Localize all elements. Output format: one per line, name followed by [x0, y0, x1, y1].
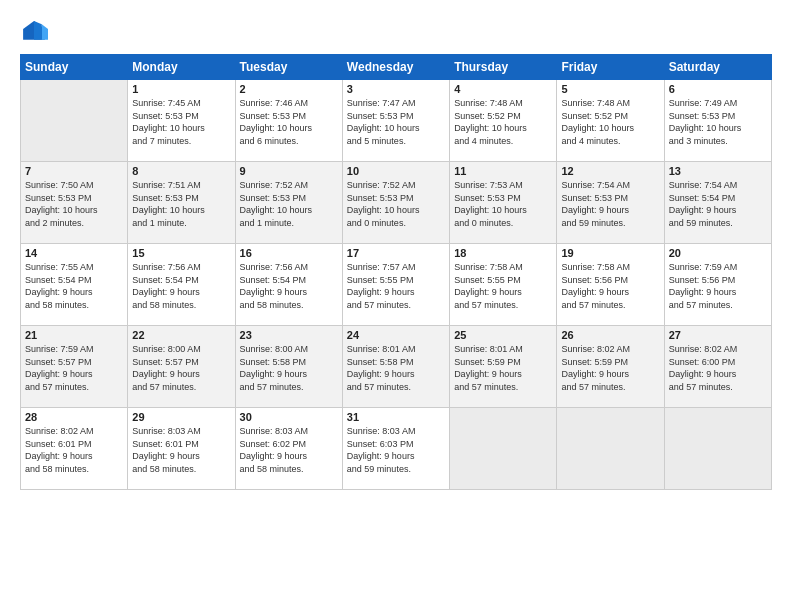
day-cell: 16Sunrise: 7:56 AM Sunset: 5:54 PM Dayli… — [235, 244, 342, 326]
day-cell: 24Sunrise: 8:01 AM Sunset: 5:58 PM Dayli… — [342, 326, 449, 408]
svg-marker-1 — [42, 24, 48, 40]
col-header-saturday: Saturday — [664, 55, 771, 80]
day-detail: Sunrise: 7:58 AM Sunset: 5:56 PM Dayligh… — [561, 261, 659, 311]
col-header-friday: Friday — [557, 55, 664, 80]
day-detail: Sunrise: 7:47 AM Sunset: 5:53 PM Dayligh… — [347, 97, 445, 147]
day-cell: 11Sunrise: 7:53 AM Sunset: 5:53 PM Dayli… — [450, 162, 557, 244]
day-detail: Sunrise: 8:00 AM Sunset: 5:57 PM Dayligh… — [132, 343, 230, 393]
page: SundayMondayTuesdayWednesdayThursdayFrid… — [0, 0, 792, 612]
logo-icon — [20, 18, 48, 46]
day-detail: Sunrise: 7:54 AM Sunset: 5:54 PM Dayligh… — [669, 179, 767, 229]
day-detail: Sunrise: 8:03 AM Sunset: 6:03 PM Dayligh… — [347, 425, 445, 475]
col-header-sunday: Sunday — [21, 55, 128, 80]
calendar-table: SundayMondayTuesdayWednesdayThursdayFrid… — [20, 54, 772, 490]
day-cell: 22Sunrise: 8:00 AM Sunset: 5:57 PM Dayli… — [128, 326, 235, 408]
day-cell: 27Sunrise: 8:02 AM Sunset: 6:00 PM Dayli… — [664, 326, 771, 408]
day-number: 17 — [347, 247, 445, 259]
header — [20, 18, 772, 46]
col-header-wednesday: Wednesday — [342, 55, 449, 80]
day-cell: 17Sunrise: 7:57 AM Sunset: 5:55 PM Dayli… — [342, 244, 449, 326]
day-cell: 2Sunrise: 7:46 AM Sunset: 5:53 PM Daylig… — [235, 80, 342, 162]
day-detail: Sunrise: 7:45 AM Sunset: 5:53 PM Dayligh… — [132, 97, 230, 147]
col-header-monday: Monday — [128, 55, 235, 80]
day-cell: 14Sunrise: 7:55 AM Sunset: 5:54 PM Dayli… — [21, 244, 128, 326]
day-cell: 8Sunrise: 7:51 AM Sunset: 5:53 PM Daylig… — [128, 162, 235, 244]
day-number: 13 — [669, 165, 767, 177]
day-cell: 19Sunrise: 7:58 AM Sunset: 5:56 PM Dayli… — [557, 244, 664, 326]
svg-marker-2 — [34, 21, 42, 40]
col-header-thursday: Thursday — [450, 55, 557, 80]
day-number: 21 — [25, 329, 123, 341]
day-detail: Sunrise: 7:51 AM Sunset: 5:53 PM Dayligh… — [132, 179, 230, 229]
day-detail: Sunrise: 8:00 AM Sunset: 5:58 PM Dayligh… — [240, 343, 338, 393]
day-cell — [557, 408, 664, 490]
day-detail: Sunrise: 8:02 AM Sunset: 6:01 PM Dayligh… — [25, 425, 123, 475]
day-detail: Sunrise: 7:59 AM Sunset: 5:56 PM Dayligh… — [669, 261, 767, 311]
day-cell: 6Sunrise: 7:49 AM Sunset: 5:53 PM Daylig… — [664, 80, 771, 162]
day-detail: Sunrise: 7:57 AM Sunset: 5:55 PM Dayligh… — [347, 261, 445, 311]
day-cell: 13Sunrise: 7:54 AM Sunset: 5:54 PM Dayli… — [664, 162, 771, 244]
day-cell: 15Sunrise: 7:56 AM Sunset: 5:54 PM Dayli… — [128, 244, 235, 326]
day-cell: 28Sunrise: 8:02 AM Sunset: 6:01 PM Dayli… — [21, 408, 128, 490]
day-number: 14 — [25, 247, 123, 259]
day-cell — [450, 408, 557, 490]
day-cell: 7Sunrise: 7:50 AM Sunset: 5:53 PM Daylig… — [21, 162, 128, 244]
day-detail: Sunrise: 7:50 AM Sunset: 5:53 PM Dayligh… — [25, 179, 123, 229]
day-number: 7 — [25, 165, 123, 177]
day-detail: Sunrise: 7:55 AM Sunset: 5:54 PM Dayligh… — [25, 261, 123, 311]
day-number: 29 — [132, 411, 230, 423]
day-cell: 31Sunrise: 8:03 AM Sunset: 6:03 PM Dayli… — [342, 408, 449, 490]
day-detail: Sunrise: 7:48 AM Sunset: 5:52 PM Dayligh… — [454, 97, 552, 147]
day-cell: 25Sunrise: 8:01 AM Sunset: 5:59 PM Dayli… — [450, 326, 557, 408]
day-number: 19 — [561, 247, 659, 259]
day-detail: Sunrise: 7:58 AM Sunset: 5:55 PM Dayligh… — [454, 261, 552, 311]
day-number: 20 — [669, 247, 767, 259]
day-number: 9 — [240, 165, 338, 177]
day-detail: Sunrise: 7:56 AM Sunset: 5:54 PM Dayligh… — [240, 261, 338, 311]
day-number: 18 — [454, 247, 552, 259]
day-cell: 1Sunrise: 7:45 AM Sunset: 5:53 PM Daylig… — [128, 80, 235, 162]
day-cell: 4Sunrise: 7:48 AM Sunset: 5:52 PM Daylig… — [450, 80, 557, 162]
header-row: SundayMondayTuesdayWednesdayThursdayFrid… — [21, 55, 772, 80]
day-detail: Sunrise: 7:52 AM Sunset: 5:53 PM Dayligh… — [240, 179, 338, 229]
day-detail: Sunrise: 8:02 AM Sunset: 6:00 PM Dayligh… — [669, 343, 767, 393]
day-number: 26 — [561, 329, 659, 341]
day-cell: 21Sunrise: 7:59 AM Sunset: 5:57 PM Dayli… — [21, 326, 128, 408]
day-number: 30 — [240, 411, 338, 423]
day-cell — [21, 80, 128, 162]
day-number: 5 — [561, 83, 659, 95]
day-number: 23 — [240, 329, 338, 341]
week-row-1: 1Sunrise: 7:45 AM Sunset: 5:53 PM Daylig… — [21, 80, 772, 162]
day-number: 12 — [561, 165, 659, 177]
day-detail: Sunrise: 7:53 AM Sunset: 5:53 PM Dayligh… — [454, 179, 552, 229]
logo — [20, 18, 52, 46]
day-cell: 12Sunrise: 7:54 AM Sunset: 5:53 PM Dayli… — [557, 162, 664, 244]
day-cell: 30Sunrise: 8:03 AM Sunset: 6:02 PM Dayli… — [235, 408, 342, 490]
day-detail: Sunrise: 7:49 AM Sunset: 5:53 PM Dayligh… — [669, 97, 767, 147]
day-detail: Sunrise: 8:01 AM Sunset: 5:59 PM Dayligh… — [454, 343, 552, 393]
day-detail: Sunrise: 7:52 AM Sunset: 5:53 PM Dayligh… — [347, 179, 445, 229]
day-detail: Sunrise: 8:03 AM Sunset: 6:01 PM Dayligh… — [132, 425, 230, 475]
week-row-4: 21Sunrise: 7:59 AM Sunset: 5:57 PM Dayli… — [21, 326, 772, 408]
day-number: 25 — [454, 329, 552, 341]
day-number: 4 — [454, 83, 552, 95]
day-cell: 9Sunrise: 7:52 AM Sunset: 5:53 PM Daylig… — [235, 162, 342, 244]
day-cell: 5Sunrise: 7:48 AM Sunset: 5:52 PM Daylig… — [557, 80, 664, 162]
day-detail: Sunrise: 7:59 AM Sunset: 5:57 PM Dayligh… — [25, 343, 123, 393]
day-number: 6 — [669, 83, 767, 95]
day-number: 2 — [240, 83, 338, 95]
day-number: 3 — [347, 83, 445, 95]
week-row-3: 14Sunrise: 7:55 AM Sunset: 5:54 PM Dayli… — [21, 244, 772, 326]
day-number: 22 — [132, 329, 230, 341]
day-number: 31 — [347, 411, 445, 423]
day-number: 24 — [347, 329, 445, 341]
day-cell: 18Sunrise: 7:58 AM Sunset: 5:55 PM Dayli… — [450, 244, 557, 326]
day-number: 11 — [454, 165, 552, 177]
day-number: 27 — [669, 329, 767, 341]
day-number: 28 — [25, 411, 123, 423]
day-cell: 3Sunrise: 7:47 AM Sunset: 5:53 PM Daylig… — [342, 80, 449, 162]
day-number: 8 — [132, 165, 230, 177]
week-row-2: 7Sunrise: 7:50 AM Sunset: 5:53 PM Daylig… — [21, 162, 772, 244]
col-header-tuesday: Tuesday — [235, 55, 342, 80]
day-cell: 26Sunrise: 8:02 AM Sunset: 5:59 PM Dayli… — [557, 326, 664, 408]
